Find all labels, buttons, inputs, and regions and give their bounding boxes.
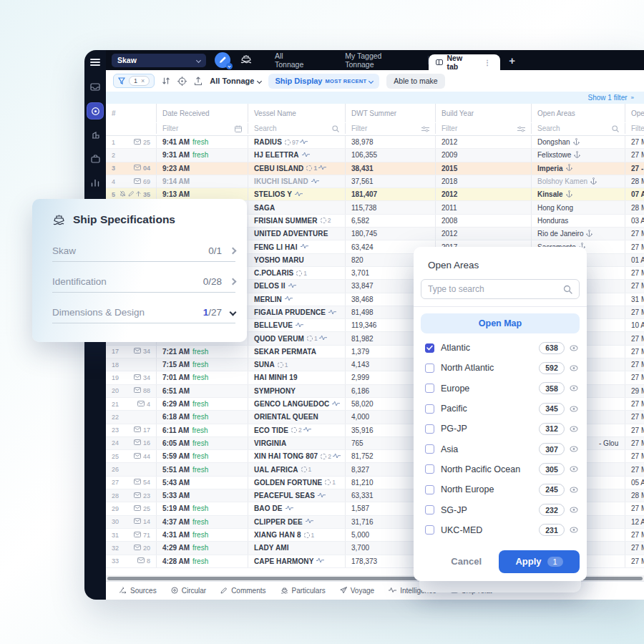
vessel-name-cell[interactable]: HJ ELETTRA: [248, 149, 345, 161]
search-box[interactable]: [421, 279, 580, 299]
vessel-name-cell[interactable]: SUNA1: [248, 358, 345, 371]
spec-section-dimensions-design[interactable]: Dimensions & Design1/27: [52, 302, 235, 323]
vessel-name-cell[interactable]: HAI MINH 19: [248, 371, 345, 384]
target-icon[interactable]: [177, 77, 187, 86]
vessel-name-cell[interactable]: SAGA: [248, 201, 345, 213]
new-tab-plus-button[interactable]: +: [509, 54, 515, 67]
bottom-tab-particulars[interactable]: Particulars: [280, 587, 326, 595]
checkbox[interactable]: [425, 384, 434, 393]
open-map-button[interactable]: Open Map: [421, 313, 580, 333]
search-input[interactable]: [428, 284, 563, 294]
checkbox[interactable]: [425, 343, 434, 353]
tab-new-tab[interactable]: New tab⋮: [429, 54, 501, 70]
area-option-pacific[interactable]: Pacific345: [414, 399, 587, 419]
search-icon[interactable]: [332, 123, 339, 134]
tonnage-dropdown[interactable]: All Tonnage: [210, 77, 261, 85]
bottom-tab-circular[interactable]: Circular: [171, 587, 206, 595]
checkbox[interactable]: [425, 424, 434, 434]
area-option-sg-jp[interactable]: SG-JP232: [414, 499, 587, 519]
tab-my-tagged-tonnage[interactable]: My Tagged Tonnage: [329, 50, 427, 70]
spec-section-identification[interactable]: Identification0/28: [52, 271, 235, 293]
vessel-name-cell[interactable]: GENCO LANGUEDOC: [248, 398, 345, 410]
eye-icon[interactable]: [570, 527, 578, 533]
area-option-north-atlantic[interactable]: North Atlantic592: [414, 358, 587, 378]
vessel-name-cell[interactable]: QUOD VERUM1: [248, 332, 345, 344]
sliders-icon[interactable]: [517, 123, 525, 134]
eye-icon[interactable]: [570, 345, 578, 351]
eye-icon[interactable]: [570, 507, 578, 513]
vessel-name-cell[interactable]: PEACEFUL SEAS: [248, 489, 345, 502]
edit-dropdown-badge[interactable]: [226, 63, 233, 69]
vessel-name-cell[interactable]: UAL AFRICA1: [248, 463, 345, 475]
vessel-name-cell[interactable]: SEKAR PERMATA: [248, 346, 345, 358]
sliders-icon[interactable]: [421, 123, 429, 134]
area-option-asia[interactable]: Asia307: [414, 439, 587, 459]
clear-filter-icon[interactable]: ×: [141, 77, 145, 84]
area-option-europe[interactable]: Europe358: [414, 379, 587, 399]
vessel-name-cell[interactable]: FRISIAN SUMMER2: [248, 215, 345, 227]
eye-icon[interactable]: [570, 466, 578, 472]
eye-icon[interactable]: [570, 487, 578, 493]
checkbox[interactable]: [425, 505, 434, 514]
workspace-selector[interactable]: Skaw: [112, 54, 206, 67]
column-filter[interactable]: Search: [531, 123, 625, 134]
vessel-name-cell[interactable]: FIGALIA PRUDENCE: [248, 306, 345, 318]
vessel-name-cell[interactable]: STELIOS Y: [248, 188, 345, 200]
vessel-name-cell[interactable]: C.POLARIS1: [248, 267, 345, 279]
area-option-atlantic[interactable]: Atlantic638: [414, 338, 587, 358]
table-row[interactable]: 29:31 AMfreshHJ ELETTRA106,3552009Felixs…: [106, 149, 644, 162]
bottom-tab-comments[interactable]: Comments: [220, 587, 265, 595]
table-row[interactable]: 4699:14 AMIKUCHI ISLAND37,5612018Bolshoy…: [106, 175, 644, 188]
checkbox[interactable]: [425, 444, 434, 454]
briefcase-icon[interactable]: [88, 152, 102, 166]
pencil-icon[interactable]: [128, 191, 134, 198]
inbox-icon[interactable]: [88, 79, 102, 94]
table-row[interactable]: 1259:41 AMfreshRADIUS9738,9782012Dongsha…: [106, 136, 644, 149]
bottom-tab-sources[interactable]: Sources: [119, 587, 157, 595]
column-filter[interactable]: Filter: [345, 123, 435, 134]
vessel-name-cell[interactable]: GOLDEN FORTUNE1: [248, 477, 345, 489]
tab-menu-icon[interactable]: ⋮: [484, 59, 492, 67]
eye-icon[interactable]: [570, 385, 578, 391]
spec-section-skaw[interactable]: Skaw0/1: [52, 240, 235, 262]
area-option-ukc-med[interactable]: UKC-MED231: [414, 520, 587, 540]
eye-icon[interactable]: [570, 426, 578, 432]
vessel-name-cell[interactable]: ECO TIDE2: [248, 424, 345, 436]
vessel-name-cell[interactable]: CAPE HARMONY: [248, 555, 345, 567]
vessel-name-cell[interactable]: BAO DE: [248, 502, 345, 514]
vessel-name-cell[interactable]: IKUCHI ISLAND: [248, 175, 345, 187]
column-filter[interactable]: Filter: [435, 123, 531, 134]
up-icon[interactable]: [136, 191, 141, 198]
column-filter[interactable]: Search: [248, 123, 345, 134]
vessel-name-cell[interactable]: ORIENTAL QUEEN: [248, 411, 345, 423]
ship-display-dropdown[interactable]: Ship Display MOST RECENT: [268, 74, 379, 89]
table-row[interactable]: 3049:23 AMCEBU ISLAND138,4312015Imperia2…: [106, 162, 644, 175]
search-icon[interactable]: [612, 123, 619, 134]
tab-all-tonnage[interactable]: All Tonnage: [259, 50, 329, 70]
area-option-north-europe[interactable]: North Europe245: [414, 479, 587, 499]
vessel-name-cell[interactable]: DELOS II: [248, 280, 345, 292]
menu-hamburger-icon[interactable]: [88, 56, 102, 70]
eye-icon[interactable]: [570, 446, 578, 452]
able-to-make-button[interactable]: Able to make: [386, 74, 444, 89]
cancel-button[interactable]: Cancel: [451, 556, 482, 567]
eye-icon[interactable]: [570, 365, 578, 371]
checkbox[interactable]: [425, 464, 434, 474]
vessel-name-cell[interactable]: UNITED ADVENTURE: [248, 228, 345, 240]
checkbox[interactable]: [425, 525, 434, 535]
bell-icon[interactable]: [119, 190, 126, 198]
sort-icon[interactable]: [162, 77, 170, 85]
export-icon[interactable]: [194, 77, 203, 86]
edit-button[interactable]: [215, 52, 230, 68]
ships-icon[interactable]: [87, 103, 103, 119]
ship-icon[interactable]: [240, 54, 252, 67]
apply-button[interactable]: Apply 1: [499, 550, 580, 573]
vessel-name-cell[interactable]: LADY AMI: [248, 542, 345, 554]
vessel-name-cell[interactable]: YOSHO MARU: [248, 254, 345, 266]
active-filter-chip[interactable]: 1×: [113, 74, 155, 88]
vessel-name-cell[interactable]: XIN HAI TONG 8072: [248, 450, 345, 462]
analytics-icon[interactable]: [88, 175, 102, 190]
column-filter[interactable]: Filter: [625, 123, 644, 134]
vessel-name-cell[interactable]: VIRGINIA: [248, 437, 345, 449]
vessel-name-cell[interactable]: CEBU ISLAND1: [248, 162, 345, 175]
